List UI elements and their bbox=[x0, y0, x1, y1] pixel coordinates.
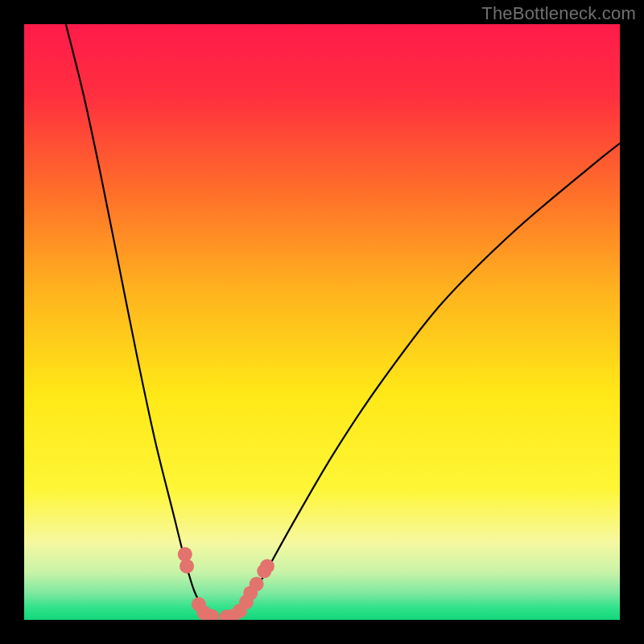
left-curve bbox=[66, 24, 212, 620]
curves-layer bbox=[24, 24, 620, 620]
data-marker bbox=[250, 577, 264, 592]
data-marker bbox=[260, 559, 275, 573]
data-marker bbox=[180, 559, 194, 573]
watermark-text: TheBottleneck.com bbox=[481, 3, 636, 24]
right-curve bbox=[233, 143, 620, 620]
chart-frame: TheBottleneck.com bbox=[0, 0, 644, 644]
plot-area bbox=[24, 24, 620, 620]
